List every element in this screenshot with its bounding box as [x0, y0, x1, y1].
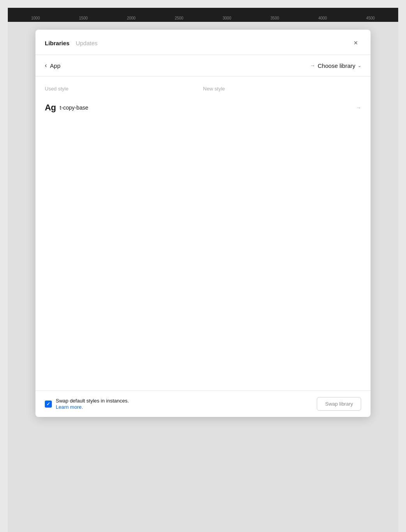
empty-content-area	[45, 117, 361, 390]
close-icon: ×	[354, 39, 358, 47]
style-row: Ag t-copy-base →	[45, 98, 361, 117]
ruler-mark-4000: 4000	[318, 16, 327, 20]
ruler-mark-3500: 3500	[270, 16, 279, 20]
ruler-mark-1000: 1000	[31, 16, 40, 20]
nav-row: ‹ App → Choose library ⌄	[35, 55, 371, 76]
tab-updates[interactable]: Updates	[76, 40, 97, 46]
app-label: App	[50, 62, 60, 69]
back-arrow-icon: ‹	[45, 62, 47, 69]
footer-left: ✓ Swap default styles in instances. Lear…	[45, 398, 312, 410]
column-headers: Used style New style	[45, 86, 361, 98]
swap-library-button[interactable]: Swap library	[317, 397, 361, 411]
modal-tabs: Libraries Updates	[45, 40, 350, 46]
learn-more-link[interactable]: Learn more.	[56, 404, 129, 410]
choose-library-label: Choose library	[318, 62, 355, 69]
modal-dialog: Libraries Updates × ‹ App → Choose libra…	[35, 30, 371, 417]
style-used-cell: Ag t-copy-base	[45, 103, 356, 113]
forward-arrow-icon: →	[310, 62, 315, 69]
ruler-mark-2000: 2000	[127, 16, 136, 20]
footer-main-text: Swap default styles in instances.	[56, 398, 129, 404]
style-arrow-cell: →	[356, 104, 361, 111]
ruler-mark-3000: 3000	[222, 16, 231, 20]
choose-library-button[interactable]: → Choose library ⌄	[310, 62, 361, 69]
tab-libraries[interactable]: Libraries	[45, 40, 69, 46]
ruler-mark-2500: 2500	[175, 16, 183, 20]
ruler-numbers: 1000 1500 2000 2500 3000 3500 4000 4500	[31, 16, 375, 20]
new-style-column-header: New style	[203, 86, 361, 92]
chevron-down-icon: ⌄	[358, 63, 361, 68]
ruler-mark-4500: 4500	[366, 16, 375, 20]
content-area: Used style New style Ag t-copy-base →	[35, 76, 371, 390]
footer-text-group: Swap default styles in instances. Learn …	[56, 398, 129, 410]
style-ag-text: Ag	[45, 103, 56, 113]
style-name-text: t-copy-base	[60, 105, 88, 111]
close-button[interactable]: ×	[350, 37, 361, 48]
modal-header: Libraries Updates ×	[35, 30, 371, 55]
back-button[interactable]: ‹ App	[45, 62, 60, 69]
modal-footer: ✓ Swap default styles in instances. Lear…	[35, 390, 371, 417]
used-style-column-header: Used style	[45, 86, 203, 92]
style-row-arrow-icon: →	[356, 105, 361, 111]
page-wrapper: 1000 1500 2000 2500 3000 3500 4000 4500 …	[8, 8, 398, 532]
ruler-bar: 1000 1500 2000 2500 3000 3500 4000 4500	[8, 8, 398, 22]
ruler-mark-1500: 1500	[79, 16, 88, 20]
swap-checkbox-wrapper[interactable]: ✓	[45, 401, 52, 408]
